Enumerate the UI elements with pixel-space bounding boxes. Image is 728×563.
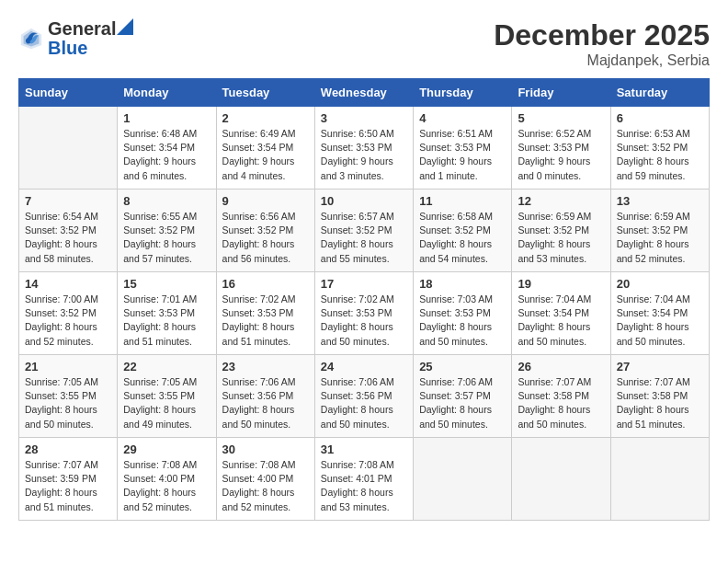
day-number: 1 xyxy=(123,111,210,125)
calendar-cell: 4Sunrise: 6:51 AM Sunset: 3:53 PM Daylig… xyxy=(414,107,512,190)
col-header-wednesday: Wednesday xyxy=(314,79,413,107)
day-info: Sunrise: 7:06 AM Sunset: 3:57 PM Dayligh… xyxy=(419,375,506,431)
week-row-3: 14Sunrise: 7:00 AM Sunset: 3:52 PM Dayli… xyxy=(19,272,710,355)
month-year-title: December 2025 xyxy=(494,18,710,52)
calendar-table: SundayMondayTuesdayWednesdayThursdayFrid… xyxy=(18,78,710,521)
calendar-cell: 26Sunrise: 7:07 AM Sunset: 3:58 PM Dayli… xyxy=(512,355,610,438)
calendar-cell: 10Sunrise: 6:57 AM Sunset: 3:52 PM Dayli… xyxy=(314,190,413,272)
calendar-cell: 8Sunrise: 6:55 AM Sunset: 3:52 PM Daylig… xyxy=(118,190,216,272)
day-number: 10 xyxy=(321,194,407,208)
col-header-sunday: Sunday xyxy=(19,79,118,107)
calendar-cell: 22Sunrise: 7:05 AM Sunset: 3:55 PM Dayli… xyxy=(118,355,216,438)
day-info: Sunrise: 7:05 AM Sunset: 3:55 PM Dayligh… xyxy=(25,375,111,431)
day-number: 9 xyxy=(222,194,309,208)
calendar-cell xyxy=(19,107,118,190)
day-info: Sunrise: 7:06 AM Sunset: 3:56 PM Dayligh… xyxy=(321,375,407,431)
day-info: Sunrise: 6:50 AM Sunset: 3:53 PM Dayligh… xyxy=(321,127,407,183)
day-number: 24 xyxy=(321,360,407,373)
day-number: 20 xyxy=(617,277,703,291)
col-header-monday: Monday xyxy=(118,79,216,107)
logo-blue: Blue xyxy=(48,38,133,59)
day-info: Sunrise: 7:06 AM Sunset: 3:56 PM Dayligh… xyxy=(222,375,309,431)
day-info: Sunrise: 6:55 AM Sunset: 3:52 PM Dayligh… xyxy=(123,210,210,266)
col-header-thursday: Thursday xyxy=(414,79,512,107)
title-block: December 2025 Majdanpek, Serbia xyxy=(494,18,710,69)
calendar-cell: 28Sunrise: 7:07 AM Sunset: 3:59 PM Dayli… xyxy=(19,438,118,521)
calendar-cell xyxy=(512,438,610,521)
calendar-cell: 11Sunrise: 6:58 AM Sunset: 3:52 PM Dayli… xyxy=(414,190,512,272)
logo: General Blue xyxy=(18,18,133,59)
week-row-4: 21Sunrise: 7:05 AM Sunset: 3:55 PM Dayli… xyxy=(19,355,710,438)
calendar-cell: 3Sunrise: 6:50 AM Sunset: 3:53 PM Daylig… xyxy=(314,107,413,190)
day-number: 26 xyxy=(518,360,604,373)
day-info: Sunrise: 6:58 AM Sunset: 3:52 PM Dayligh… xyxy=(419,210,506,266)
calendar-cell: 17Sunrise: 7:02 AM Sunset: 3:53 PM Dayli… xyxy=(314,272,413,355)
calendar-cell: 2Sunrise: 6:49 AM Sunset: 3:54 PM Daylig… xyxy=(216,107,314,190)
calendar-cell: 24Sunrise: 7:06 AM Sunset: 3:56 PM Dayli… xyxy=(314,355,413,438)
calendar-cell: 9Sunrise: 6:56 AM Sunset: 3:52 PM Daylig… xyxy=(216,190,314,272)
day-info: Sunrise: 7:07 AM Sunset: 3:59 PM Dayligh… xyxy=(25,458,111,514)
col-header-saturday: Saturday xyxy=(610,79,709,107)
calendar-cell: 7Sunrise: 6:54 AM Sunset: 3:52 PM Daylig… xyxy=(19,190,118,272)
day-number: 11 xyxy=(419,194,506,208)
logo-triangle-icon xyxy=(117,18,133,35)
day-info: Sunrise: 7:08 AM Sunset: 4:00 PM Dayligh… xyxy=(222,458,309,514)
day-info: Sunrise: 7:01 AM Sunset: 3:53 PM Dayligh… xyxy=(123,293,210,349)
day-info: Sunrise: 6:53 AM Sunset: 3:52 PM Dayligh… xyxy=(617,127,703,183)
page-header: General Blue December 2025 Majdanpek, Se… xyxy=(18,18,710,69)
week-row-1: 1Sunrise: 6:48 AM Sunset: 3:54 PM Daylig… xyxy=(19,107,710,190)
day-info: Sunrise: 7:07 AM Sunset: 3:58 PM Dayligh… xyxy=(518,375,604,431)
day-info: Sunrise: 6:57 AM Sunset: 3:52 PM Dayligh… xyxy=(321,210,407,266)
day-number: 19 xyxy=(518,277,604,291)
day-info: Sunrise: 7:03 AM Sunset: 3:53 PM Dayligh… xyxy=(419,293,506,349)
day-number: 31 xyxy=(321,442,407,456)
day-number: 29 xyxy=(123,442,210,456)
calendar-cell xyxy=(414,438,512,521)
calendar-cell: 15Sunrise: 7:01 AM Sunset: 3:53 PM Dayli… xyxy=(118,272,216,355)
day-number: 15 xyxy=(123,277,210,291)
logo-icon xyxy=(18,26,44,52)
day-info: Sunrise: 6:49 AM Sunset: 3:54 PM Dayligh… xyxy=(222,127,309,183)
calendar-cell: 31Sunrise: 7:08 AM Sunset: 4:01 PM Dayli… xyxy=(314,438,413,521)
day-number: 16 xyxy=(222,277,309,291)
day-number: 27 xyxy=(617,360,703,373)
svg-marker-2 xyxy=(117,18,133,35)
day-info: Sunrise: 6:54 AM Sunset: 3:52 PM Dayligh… xyxy=(25,210,111,266)
week-row-5: 28Sunrise: 7:07 AM Sunset: 3:59 PM Dayli… xyxy=(19,438,710,521)
day-info: Sunrise: 7:00 AM Sunset: 3:52 PM Dayligh… xyxy=(25,293,111,349)
calendar-cell: 16Sunrise: 7:02 AM Sunset: 3:53 PM Dayli… xyxy=(216,272,314,355)
header-row: SundayMondayTuesdayWednesdayThursdayFrid… xyxy=(19,79,710,107)
day-number: 28 xyxy=(25,442,111,456)
day-info: Sunrise: 7:02 AM Sunset: 3:53 PM Dayligh… xyxy=(222,293,309,349)
day-number: 25 xyxy=(419,360,506,373)
day-info: Sunrise: 6:51 AM Sunset: 3:53 PM Dayligh… xyxy=(419,127,506,183)
col-header-friday: Friday xyxy=(512,79,610,107)
day-number: 2 xyxy=(222,111,309,125)
day-number: 12 xyxy=(518,194,604,208)
day-number: 23 xyxy=(222,360,309,373)
col-header-tuesday: Tuesday xyxy=(216,79,314,107)
day-number: 4 xyxy=(419,111,506,125)
day-info: Sunrise: 7:08 AM Sunset: 4:01 PM Dayligh… xyxy=(321,458,407,514)
week-row-2: 7Sunrise: 6:54 AM Sunset: 3:52 PM Daylig… xyxy=(19,190,710,272)
day-number: 21 xyxy=(25,360,111,373)
day-info: Sunrise: 6:48 AM Sunset: 3:54 PM Dayligh… xyxy=(123,127,210,183)
day-info: Sunrise: 7:04 AM Sunset: 3:54 PM Dayligh… xyxy=(617,293,703,349)
calendar-cell: 18Sunrise: 7:03 AM Sunset: 3:53 PM Dayli… xyxy=(414,272,512,355)
day-info: Sunrise: 6:59 AM Sunset: 3:52 PM Dayligh… xyxy=(518,210,604,266)
day-info: Sunrise: 7:05 AM Sunset: 3:55 PM Dayligh… xyxy=(123,375,210,431)
calendar-cell: 25Sunrise: 7:06 AM Sunset: 3:57 PM Dayli… xyxy=(414,355,512,438)
calendar-cell: 23Sunrise: 7:06 AM Sunset: 3:56 PM Dayli… xyxy=(216,355,314,438)
day-number: 6 xyxy=(617,111,703,125)
day-number: 5 xyxy=(518,111,604,125)
day-number: 22 xyxy=(123,360,210,373)
day-info: Sunrise: 6:52 AM Sunset: 3:53 PM Dayligh… xyxy=(518,127,604,183)
calendar-cell: 5Sunrise: 6:52 AM Sunset: 3:53 PM Daylig… xyxy=(512,107,610,190)
day-number: 8 xyxy=(123,194,210,208)
day-info: Sunrise: 7:08 AM Sunset: 4:00 PM Dayligh… xyxy=(123,458,210,514)
day-info: Sunrise: 6:56 AM Sunset: 3:52 PM Dayligh… xyxy=(222,210,309,266)
day-info: Sunrise: 7:07 AM Sunset: 3:58 PM Dayligh… xyxy=(617,375,703,431)
day-info: Sunrise: 6:59 AM Sunset: 3:52 PM Dayligh… xyxy=(617,210,703,266)
calendar-cell: 14Sunrise: 7:00 AM Sunset: 3:52 PM Dayli… xyxy=(19,272,118,355)
calendar-cell: 19Sunrise: 7:04 AM Sunset: 3:54 PM Dayli… xyxy=(512,272,610,355)
